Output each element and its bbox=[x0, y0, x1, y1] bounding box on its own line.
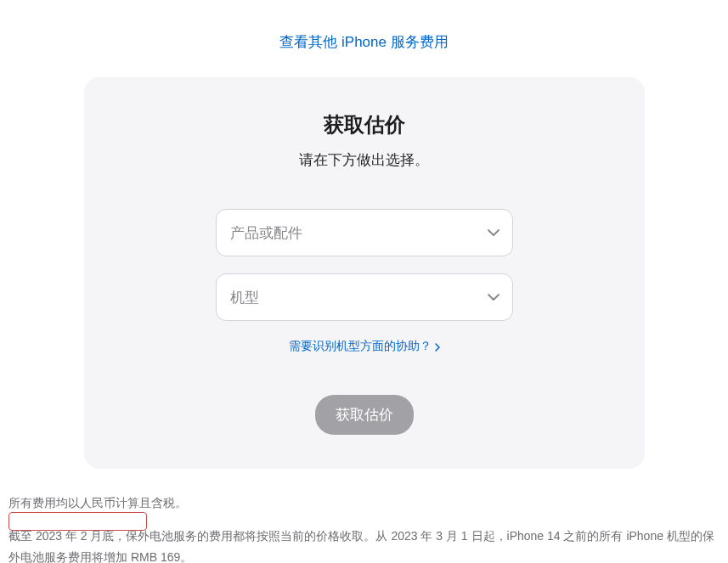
card-title: 获取估价 bbox=[127, 111, 602, 138]
model-select-wrapper: 机型 bbox=[216, 273, 513, 321]
product-select-wrapper: 产品或配件 bbox=[216, 209, 513, 256]
footer-line-1: 所有费用均以人民币计算且含税。 bbox=[8, 493, 720, 514]
identify-model-help-link[interactable]: 需要识别机型方面的协助？ bbox=[289, 339, 440, 354]
model-select[interactable]: 机型 bbox=[216, 273, 513, 321]
product-select[interactable]: 产品或配件 bbox=[216, 209, 513, 256]
footer-text: 所有费用均以人民币计算且含税。 截至 2023 年 2 月底，保外电池服务的费用… bbox=[0, 469, 728, 563]
footer-line-2: 截至 2023 年 2 月底，保外电池服务的费用都将按照当前的价格收取。从 20… bbox=[8, 526, 720, 563]
view-other-fees-link[interactable]: 查看其他 iPhone 服务费用 bbox=[279, 34, 448, 50]
card-subtitle: 请在下方做出选择。 bbox=[127, 150, 602, 170]
top-link-container: 查看其他 iPhone 服务费用 bbox=[0, 0, 728, 77]
chevron-right-icon bbox=[435, 340, 440, 353]
help-link-label: 需要识别机型方面的协助？ bbox=[289, 339, 432, 354]
get-estimate-button[interactable]: 获取估价 bbox=[315, 395, 414, 435]
model-select-placeholder: 机型 bbox=[230, 288, 259, 307]
estimate-card: 获取估价 请在下方做出选择。 产品或配件 机型 需要识别机型方面的协助？ 获取估… bbox=[84, 77, 645, 469]
product-select-placeholder: 产品或配件 bbox=[230, 223, 302, 243]
